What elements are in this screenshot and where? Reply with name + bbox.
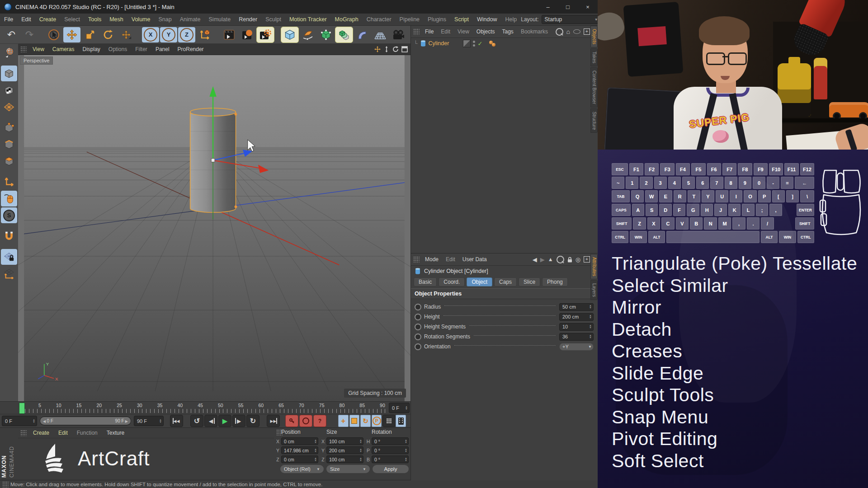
play-button[interactable]: ▶ (218, 415, 231, 427)
menu-item[interactable]: File (0, 16, 17, 23)
add-panel-icon[interactable]: + (584, 28, 590, 35)
lock-y-axis-button[interactable]: Y (160, 27, 177, 42)
range-start-field[interactable]: 0 F ▲▼ (2, 416, 37, 426)
coordinate-field[interactable]: 147.986 cm ▲▼ (281, 446, 318, 454)
last-tool-button[interactable] (118, 27, 135, 42)
object-manager-menu-item[interactable]: View (454, 28, 473, 35)
search-icon[interactable] (556, 28, 563, 36)
object-tree[interactable]: └ Cylinder ✓ (411, 38, 598, 253)
apply-button[interactable]: Apply (373, 465, 409, 473)
minimize-button[interactable]: – (538, 0, 558, 14)
menu-item[interactable]: Sculpt (261, 16, 285, 23)
history-forward-icon[interactable]: ▶ (540, 256, 545, 263)
viewport-menu-item[interactable]: Filter (131, 46, 151, 52)
add-cube-button[interactable] (281, 27, 298, 42)
menu-item[interactable]: Volume (127, 16, 155, 23)
viewport-canvas[interactable]: Y X (18, 55, 410, 401)
drag-handle-icon[interactable] (413, 28, 420, 35)
close-button[interactable]: × (578, 0, 598, 14)
property-field[interactable]: 200 cm ▲▼ ▼ (559, 313, 594, 321)
enable-snap-button[interactable] (1, 228, 17, 244)
panel-side-tab[interactable]: Objects (590, 26, 598, 47)
range-end-field[interactable]: 90 F ▲▼ (134, 416, 164, 426)
layer-swatch-icon[interactable] (463, 40, 471, 47)
menu-item[interactable]: Pipeline (396, 16, 424, 23)
timeline-ruler[interactable]: 051015202530354045505560657075808590 0 F… (0, 401, 410, 414)
timeline-playhead[interactable] (19, 403, 25, 414)
key-position-button[interactable]: + (338, 415, 349, 427)
spinner-arrows-icon[interactable]: ▲▼ (159, 419, 162, 423)
layout-dropdown[interactable]: Startup ▼ (542, 15, 601, 24)
animation-radio-icon[interactable] (415, 324, 421, 330)
menu-item[interactable]: Snap (154, 16, 175, 23)
property-field[interactable]: +Y ▲▼ ▼ (559, 343, 594, 351)
subdivision-surface-button[interactable] (317, 27, 335, 42)
drag-handle-icon[interactable] (413, 256, 420, 263)
menu-item[interactable]: Motion Tracker (285, 16, 331, 23)
animation-radio-icon[interactable] (415, 304, 421, 310)
model-mode-button[interactable] (1, 66, 17, 81)
toggle-view-icon[interactable] (401, 46, 408, 52)
attribute-tab[interactable]: Object (467, 277, 492, 286)
spinner-arrows-icon[interactable]: ▲▼ (589, 305, 592, 309)
spinner-arrows-icon[interactable]: ▲▼ (314, 448, 317, 453)
key-parameter-button[interactable]: P (372, 415, 382, 427)
panel-side-tab[interactable]: Layers (590, 280, 598, 300)
panel-side-tab[interactable]: Attributes (590, 254, 598, 279)
menu-item[interactable]: Help (501, 16, 521, 23)
current-frame-field[interactable]: 0 F ▲▼ (389, 403, 410, 413)
spinner-arrows-icon[interactable]: ▲▼ (589, 314, 592, 319)
menu-item[interactable]: Simulate (205, 16, 235, 23)
search-icon[interactable] (557, 256, 564, 263)
record-keyframe-button[interactable] (285, 415, 298, 427)
eye-icon[interactable] (573, 29, 580, 34)
coordinate-mode-dropdown[interactable]: Object (Rel)▼ (280, 465, 324, 473)
coordinate-field[interactable]: 0 ° ▲▼ (372, 437, 409, 445)
modeling-commands-button[interactable] (335, 27, 353, 42)
coordinate-field[interactable]: 0 cm ▲▼ (281, 455, 318, 463)
spinner-arrows-icon[interactable]: ▲▼ (359, 448, 362, 453)
visibility-dots-icon[interactable] (473, 41, 475, 47)
drag-handle-icon[interactable] (20, 430, 27, 436)
viewport-menu-item[interactable]: ProRender (174, 46, 208, 52)
camera-view-label[interactable]: Perspective (20, 56, 53, 65)
coordinate-field[interactable]: 0 cm ▲▼ (281, 437, 318, 445)
viewport-menu-item[interactable]: Display (78, 46, 104, 52)
go-to-end-button[interactable]: ▶▶ (267, 415, 280, 427)
attribute-menu-item[interactable]: Edit (442, 256, 459, 263)
panel-side-tab[interactable]: Structure (590, 108, 598, 133)
menu-item[interactable]: Animate (176, 16, 205, 23)
viewport-menu-item[interactable]: Panel (151, 46, 174, 52)
make-editable-button[interactable] (1, 45, 17, 61)
menu-item[interactable]: Render (235, 16, 261, 23)
object-manager-menu-item[interactable]: Edit (437, 28, 454, 35)
spinner-arrows-icon[interactable]: ▲▼ (589, 334, 592, 339)
render-picture-viewer-button[interactable] (239, 27, 256, 42)
lock-icon[interactable] (567, 257, 572, 263)
coordinate-system-button[interactable] (196, 27, 213, 42)
object-manager-menu-item[interactable]: Bookmarks (517, 28, 552, 35)
material-menu-item[interactable]: Texture (102, 430, 129, 436)
rotate-tool-button[interactable] (99, 27, 117, 42)
up-icon[interactable]: ▲ (548, 256, 553, 263)
attribute-tab[interactable]: Caps (494, 277, 517, 286)
object-name[interactable]: Cylinder (429, 40, 449, 47)
property-field[interactable]: 10 ▲▼ ▼ (559, 323, 594, 331)
previous-frame-button[interactable]: ◀ (204, 415, 217, 427)
attribute-tab[interactable]: Slice (519, 277, 540, 286)
spinner-arrows-icon[interactable]: ▲▼ (314, 457, 317, 462)
render-view-button[interactable] (221, 27, 238, 42)
camera-button[interactable] (390, 27, 407, 42)
material-menu-item[interactable]: Edit (54, 430, 72, 436)
undo-button[interactable]: ↶ (3, 27, 20, 42)
key-scale-button[interactable] (349, 415, 360, 427)
radius-handle[interactable] (235, 113, 237, 116)
menu-item[interactable]: Plugins (424, 16, 450, 23)
viewport-menu-item[interactable]: View (28, 46, 48, 52)
key-rotation-button[interactable]: ↻ (360, 415, 371, 427)
deformer-button[interactable] (354, 27, 371, 42)
viewport[interactable]: ViewCamerasDisplayOptionsFilterPanelProR… (18, 44, 410, 401)
material-menu-item[interactable]: Create (28, 430, 54, 436)
animation-radio-icon[interactable] (415, 314, 421, 320)
menu-item[interactable]: Window (473, 16, 501, 23)
